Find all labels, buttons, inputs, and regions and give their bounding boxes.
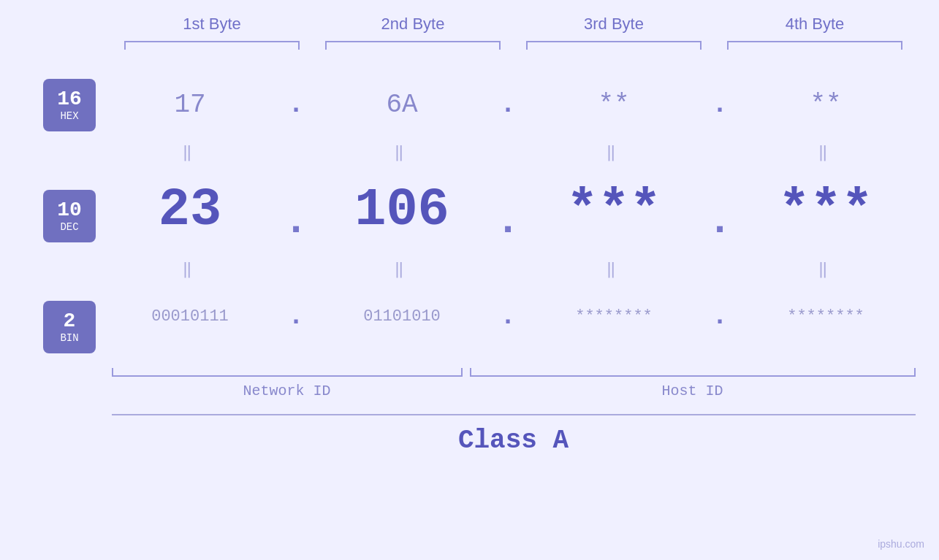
dec-b4-value: *** <box>778 180 873 240</box>
byte4-label: 4th Byte <box>727 15 902 34</box>
bin-b2-value: 01101010 <box>363 307 441 326</box>
dec-dot3: . <box>702 176 738 245</box>
eq1-b3: ‖ <box>526 142 702 162</box>
hex-b2-cell: 6A <box>314 90 490 120</box>
network-bracket <box>112 368 463 377</box>
bracket-b4 <box>727 41 902 50</box>
bracket-b1 <box>124 41 300 50</box>
dec-b3-value: *** <box>566 180 661 240</box>
dec-b4-cell: *** <box>738 180 913 240</box>
hex-badge: 16 HEX <box>43 79 96 131</box>
header-row: 1st Byte 2nd Byte 3rd Byte 4th Byte <box>112 15 916 34</box>
bin-b1-cell: 00010111 <box>102 307 278 326</box>
hex-badge-label: HEX <box>60 110 78 122</box>
hex-b1-value: 17 <box>174 90 205 120</box>
eq1-b2: ‖ <box>314 142 490 162</box>
hex-badge-number: 16 <box>57 88 82 111</box>
bin-b3-cell: ******** <box>526 307 702 326</box>
eq2-b1: ‖ <box>102 259 278 279</box>
hex-b3-value: ** <box>598 90 629 120</box>
hex-dot1: . <box>278 90 314 120</box>
byte2-label: 2nd Byte <box>325 15 501 34</box>
bin-b2-cell: 01101010 <box>314 307 490 326</box>
bin-dot1: . <box>278 302 314 331</box>
dec-b1-value: 23 <box>159 180 221 240</box>
bottom-section: Network ID Host ID <box>112 368 916 399</box>
network-id-label: Network ID <box>112 383 463 399</box>
dec-b2-value: 106 <box>354 180 449 240</box>
eq1-b1: ‖ <box>102 142 278 162</box>
equals-row-1: ‖ ‖ ‖ ‖ <box>102 137 939 166</box>
hex-dot3: . <box>702 90 738 120</box>
host-bracket <box>470 368 916 377</box>
top-brackets <box>112 41 916 50</box>
dec-badge-label: DEC <box>60 221 78 233</box>
bin-b4-value: ******** <box>787 307 864 326</box>
dec-dot2: . <box>490 176 526 245</box>
bottom-brackets <box>112 368 916 377</box>
dec-badge: 10 DEC <box>43 190 96 242</box>
hex-b2-value: 6A <box>386 90 417 120</box>
dec-row: 23 . 106 . *** . *** <box>102 166 939 254</box>
bin-badge-label: BIN <box>60 332 78 344</box>
bracket-b2 <box>325 41 501 50</box>
byte3-label: 3rd Byte <box>526 15 702 34</box>
bin-badge: 2 BIN <box>43 301 96 353</box>
dec-b1-cell: 23 <box>102 180 278 240</box>
main-container: 1st Byte 2nd Byte 3rd Byte 4th Byte 16 H… <box>0 0 939 560</box>
bracket-b3 <box>526 41 702 50</box>
class-label: Class A <box>112 414 916 456</box>
bin-b3-value: ******** <box>575 307 653 326</box>
dec-dot1: . <box>278 176 314 245</box>
hex-b3-cell: ** <box>526 90 702 120</box>
bin-badge-number: 2 <box>64 310 76 333</box>
bin-dot2: . <box>490 302 526 331</box>
bin-b1-value: 00010111 <box>151 307 229 326</box>
content-grid: 17 . 6A . ** . ** ‖ ‖ <box>102 72 939 349</box>
dec-badge-number: 10 <box>57 199 82 222</box>
eq2-b3: ‖ <box>526 259 702 279</box>
hex-b4-cell: ** <box>738 90 913 120</box>
eq2-b4: ‖ <box>738 259 913 279</box>
bin-dot3: . <box>702 302 738 331</box>
hex-row: 17 . 6A . ** . ** <box>102 72 939 137</box>
eq1-b4: ‖ <box>738 142 913 162</box>
host-id-label: Host ID <box>470 383 916 399</box>
equals-row-2: ‖ ‖ ‖ ‖ <box>102 254 939 283</box>
badge-column: 16 HEX 10 DEC 2 BIN <box>0 72 102 353</box>
dec-b2-cell: 106 <box>314 180 490 240</box>
hex-b1-cell: 17 <box>102 90 278 120</box>
main-area: 16 HEX 10 DEC 2 BIN 17 . 6A <box>0 72 939 353</box>
bottom-labels: Network ID Host ID <box>112 383 916 399</box>
eq2-b2: ‖ <box>314 259 490 279</box>
byte1-label: 1st Byte <box>124 15 300 34</box>
bin-b4-cell: ******** <box>738 307 913 326</box>
bin-row: 00010111 . 01101010 . ******** . *******… <box>102 283 939 349</box>
dec-b3-cell: *** <box>526 180 702 240</box>
hex-b4-value: ** <box>810 90 841 120</box>
hex-dot2: . <box>490 90 526 120</box>
watermark: ipshu.com <box>878 538 924 550</box>
